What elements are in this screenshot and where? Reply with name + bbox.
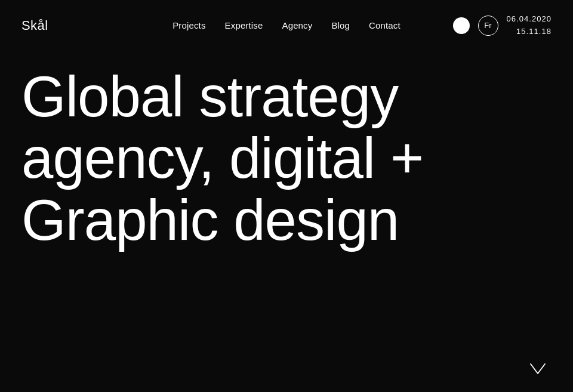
scroll-down-indicator[interactable]: [529, 362, 547, 375]
hero-title: Global strategy agency, digital + Graphi…: [21, 66, 552, 251]
nav-projects[interactable]: Projects: [172, 20, 205, 30]
date-line1: 06.04.2020: [507, 13, 552, 26]
main-nav: Projects Expertise Agency Blog Contact: [172, 20, 401, 30]
nav-expertise[interactable]: Expertise: [225, 20, 263, 30]
hero-section: Global strategy agency, digital + Graphi…: [0, 44, 573, 251]
date-display: 06.04.2020 15.11.18: [507, 13, 552, 38]
nav-agency[interactable]: Agency: [282, 20, 312, 30]
chevron-down-icon: [529, 362, 547, 375]
header-right: Fr 06.04.2020 15.11.18: [453, 13, 552, 38]
language-button[interactable]: Fr: [478, 16, 498, 36]
date-line2: 15.11.18: [507, 26, 552, 38]
theme-toggle-icon[interactable]: [453, 17, 470, 34]
nav-blog[interactable]: Blog: [331, 20, 350, 30]
site-logo[interactable]: Skål: [21, 18, 48, 33]
nav-contact[interactable]: Contact: [369, 20, 401, 30]
